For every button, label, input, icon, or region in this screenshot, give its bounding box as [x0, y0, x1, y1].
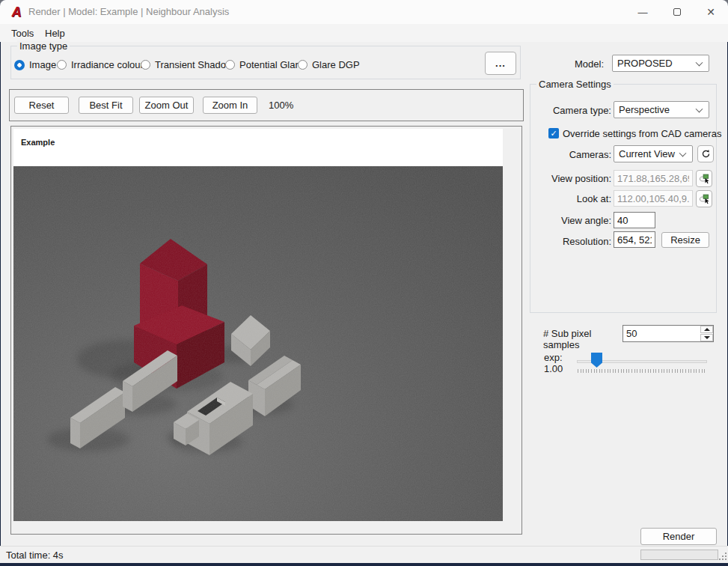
radio-irradiance-colours[interactable]: Irradiance colours [57, 59, 148, 70]
image-header-band [13, 129, 503, 166]
override-cad-cameras-label: Override settings from CAD cameras [563, 128, 721, 139]
resize-button[interactable]: Resize [661, 232, 709, 248]
window-bottom-border [0, 563, 728, 566]
look-at-field [614, 190, 693, 207]
spinner-up-button[interactable] [700, 326, 713, 333]
view-angle-label: View angle: [530, 215, 611, 226]
cameras-label: Cameras: [530, 149, 611, 160]
radio-potential-glare[interactable]: Potential Glare [225, 59, 304, 70]
radio-image[interactable]: Image [14, 59, 56, 70]
radio-label: Glare DGP [312, 59, 360, 70]
spinner-buttons [700, 326, 713, 341]
pick-point-icon [699, 173, 710, 184]
exp-slider-ticks [578, 369, 706, 373]
radio-icon [141, 60, 150, 70]
resize-grip-icon[interactable] [719, 553, 728, 562]
camera-type-value: Perspective [619, 104, 670, 115]
zoom-level-label: 100% [269, 100, 293, 111]
sub-pixel-samples-value: 50 [626, 328, 637, 339]
exp-slider[interactable] [572, 350, 712, 376]
close-icon: ✕ [706, 6, 715, 18]
image-type-group-label: Image type [17, 40, 70, 52]
radio-label: Transient Shadow [155, 59, 233, 70]
exp-label: exp: [544, 352, 574, 363]
override-cad-cameras-checkbox[interactable]: ✓ [548, 128, 559, 139]
sub-pixel-samples-stepper[interactable]: 50 [623, 325, 714, 342]
maximize-button[interactable] [660, 0, 694, 24]
look-at-label: Look at: [530, 193, 611, 204]
render-view-panel: Example [10, 126, 522, 535]
render-button[interactable]: Render [640, 528, 717, 545]
camera-settings-group-label: Camera Settings [536, 79, 614, 90]
window-title: Render | Model: Example | Neighbour Anal… [28, 6, 229, 17]
spinner-down-icon [704, 336, 710, 339]
exp-slider-thumb[interactable] [591, 353, 602, 368]
chevron-down-icon [679, 149, 687, 156]
camera-type-select[interactable]: Perspective [614, 101, 709, 118]
status-bar: Total time: 4s [0, 546, 728, 563]
radio-icon [298, 60, 308, 70]
minimize-icon: — [638, 7, 648, 18]
chevron-down-icon [696, 105, 703, 112]
rendered-image-viewport[interactable]: Example [13, 129, 503, 521]
app-window: A Render | Model: Example | Neighbour An… [0, 0, 728, 566]
view-toolbar: Reset Best Fit Zoom Out Zoom In 100% [9, 89, 524, 121]
check-icon: ✓ [550, 129, 557, 138]
chevron-down-icon [696, 58, 703, 66]
radio-label: Irradiance colours [71, 59, 148, 70]
render-scene: Example [13, 129, 503, 521]
model-label: Model: [566, 58, 604, 70]
minimize-button[interactable]: — [625, 0, 660, 24]
render-grain-overlay [13, 166, 503, 521]
app-logo-icon: A [8, 4, 25, 20]
refresh-icon [701, 149, 711, 159]
menu-bar: Tools Help [0, 24, 728, 42]
radio-glare-dgp[interactable]: Glare DGP [298, 59, 360, 70]
cameras-value: Current View [619, 148, 675, 159]
camera-type-label: Camera type: [530, 105, 611, 116]
refresh-cameras-button[interactable] [697, 145, 714, 162]
resolution-field[interactable] [614, 231, 655, 248]
pick-look-at-button[interactable] [696, 190, 712, 207]
menu-help[interactable]: Help [40, 26, 70, 40]
radio-transient-shadow[interactable]: Transient Shadow [141, 59, 233, 70]
zoom-out-button[interactable]: Zoom Out [139, 97, 194, 114]
model-select-value: PROPOSED [617, 58, 673, 69]
spinner-down-button[interactable] [700, 334, 713, 341]
maximize-icon [673, 8, 681, 16]
spinner-up-icon [704, 328, 710, 331]
reset-button[interactable]: Reset [14, 97, 69, 114]
menu-tools[interactable]: Tools [7, 26, 38, 40]
image-title-label: Example [21, 138, 55, 147]
render-progress-bar [640, 550, 718, 560]
view-position-field [614, 170, 693, 186]
resolution-label: Resolution: [530, 236, 611, 247]
model-select[interactable]: PROPOSED [612, 55, 709, 72]
radio-icon [225, 60, 235, 70]
total-time-label: Total time: 4s [6, 550, 64, 561]
more-options-button[interactable]: ... [485, 52, 516, 75]
view-position-label: View position: [530, 173, 611, 184]
radio-label: Image [29, 59, 56, 70]
radio-selected-icon [14, 60, 25, 70]
best-fit-button[interactable]: Best Fit [79, 97, 133, 114]
title-bar: A Render | Model: Example | Neighbour An… [0, 0, 728, 24]
close-button[interactable]: ✕ [694, 0, 728, 24]
cameras-select[interactable]: Current View [614, 145, 693, 162]
exp-value: 1.00 [544, 363, 574, 374]
radio-label: Potential Glare [239, 59, 304, 70]
pick-point-icon [699, 193, 710, 204]
view-angle-field[interactable] [614, 212, 655, 228]
zoom-in-button[interactable]: Zoom In [203, 97, 257, 114]
image-type-group: Image type Image Irradiance colours Tran… [10, 46, 521, 79]
pick-view-position-button[interactable] [696, 170, 712, 187]
sub-pixel-samples-label: # Sub pixel samples [543, 328, 618, 350]
radio-icon [57, 60, 67, 70]
